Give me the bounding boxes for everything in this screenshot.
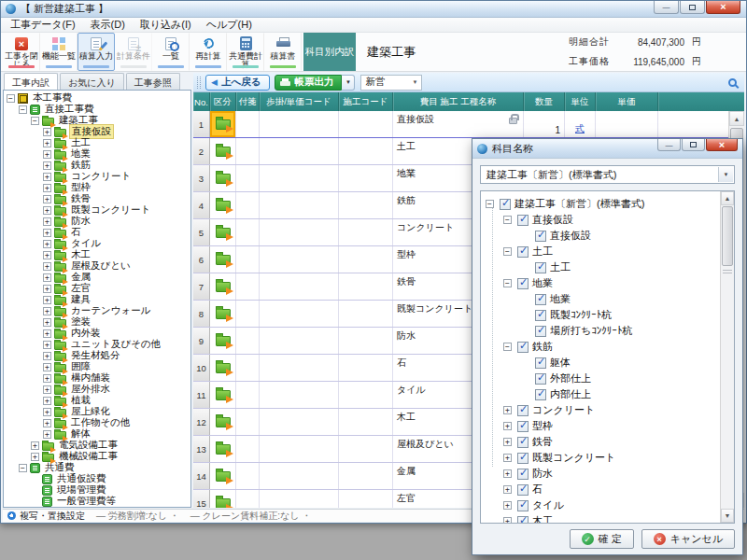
construction-code-cell[interactable]	[339, 355, 393, 381]
table-row[interactable]: 1直接仮設1式	[193, 111, 744, 138]
expander-icon[interactable]: +	[31, 453, 39, 461]
dialog-tree-item[interactable]: −土工	[481, 244, 734, 259]
tree-item[interactable]: +左官	[4, 283, 190, 294]
row-number-cell[interactable]: 3	[193, 165, 210, 191]
tree-item[interactable]: +防水	[4, 216, 190, 227]
expander-icon[interactable]: +	[503, 501, 512, 510]
expander-icon[interactable]: +	[43, 285, 51, 293]
expander-icon[interactable]: +	[43, 363, 51, 371]
confirm-button[interactable]: 確 定	[570, 529, 634, 549]
dialog-tree-item[interactable]: +コンクリート	[481, 402, 734, 418]
copy-replace-settings[interactable]: 複写・置換設定	[7, 510, 85, 523]
checkbox[interactable]	[535, 262, 546, 273]
expander-icon[interactable]: +	[43, 173, 51, 181]
row-number-cell[interactable]: 6	[193, 246, 210, 273]
expander-icon[interactable]: +	[43, 150, 51, 159]
row-number-cell[interactable]: 4	[193, 192, 210, 218]
checkbox[interactable]	[517, 215, 529, 226]
expander-icon[interactable]: +	[503, 517, 512, 524]
toolbar-button-estimate-print[interactable]: 積算書	[264, 33, 302, 71]
category-cell[interactable]	[210, 436, 236, 462]
expander-icon[interactable]: −	[503, 216, 512, 224]
row-number-cell[interactable]: 5	[193, 219, 210, 245]
checkbox[interactable]	[517, 453, 529, 464]
category-cell[interactable]	[210, 355, 236, 381]
checkbox[interactable]	[517, 469, 529, 480]
dialog-tree-item[interactable]: −地業	[481, 275, 734, 291]
category-cell[interactable]	[210, 165, 236, 191]
row-number-cell[interactable]: 8	[193, 301, 210, 327]
dialog-tree-item[interactable]: +木工	[481, 513, 734, 524]
quantity-cell[interactable]: 1	[524, 111, 565, 137]
row-number-cell[interactable]: 11	[193, 382, 210, 408]
tree-item[interactable]: +地業	[4, 148, 190, 160]
construction-code-cell[interactable]	[339, 463, 393, 489]
unit-price-code-cell[interactable]	[260, 301, 339, 327]
sticky-note-cell[interactable]	[236, 246, 260, 273]
construction-code-cell[interactable]	[339, 111, 393, 137]
tree-item[interactable]: +直接仮設	[4, 126, 190, 137]
expander-icon[interactable]: +	[43, 408, 51, 416]
category-cell[interactable]	[210, 409, 236, 435]
scroll-down-icon[interactable]: ▼	[721, 509, 734, 523]
dialog-tree-item[interactable]: +タイル	[481, 497, 734, 513]
construction-code-cell[interactable]	[339, 328, 393, 354]
dialog-tree-item[interactable]: 場所打ちｺﾝｸﾘｰﾄ杭	[481, 323, 734, 339]
category-cell[interactable]	[210, 192, 236, 218]
construction-code-cell[interactable]	[339, 219, 393, 245]
toolbar-button-entry-input[interactable]: 積算入力	[78, 33, 115, 71]
dialog-tree-item[interactable]: −直接仮設	[481, 212, 734, 228]
tree-item[interactable]: +屋外排水	[4, 384, 190, 395]
sticky-note-cell[interactable]	[236, 192, 260, 218]
expander-icon[interactable]: +	[503, 454, 512, 462]
tree-panel-tab[interactable]: 工事内訳	[4, 73, 58, 90]
expander-icon[interactable]: +	[31, 441, 39, 450]
row-number-cell[interactable]: 7	[193, 273, 210, 300]
expander-icon[interactable]: +	[43, 385, 51, 394]
dialog-tree-item[interactable]: 地業	[481, 291, 734, 307]
checkbox[interactable]	[517, 342, 529, 353]
toolbar-button-recalculate[interactable]: 再計算	[190, 33, 227, 71]
expander-icon[interactable]: +	[43, 195, 51, 203]
expander-icon[interactable]: +	[43, 262, 51, 271]
row-number-cell[interactable]: 15	[193, 490, 210, 508]
checkbox[interactable]	[535, 373, 546, 385]
expander-icon[interactable]: +	[43, 329, 51, 338]
checkbox[interactable]	[535, 326, 546, 337]
sticky-note-cell[interactable]	[236, 165, 260, 191]
checkbox[interactable]	[517, 246, 529, 258]
expander-icon[interactable]: −	[19, 464, 27, 472]
checkbox[interactable]	[535, 294, 546, 305]
tree-item[interactable]: +金属	[4, 272, 190, 283]
checkbox[interactable]	[517, 516, 529, 525]
expander-icon[interactable]: +	[503, 469, 512, 478]
tree-item[interactable]: +コンクリート	[4, 171, 190, 182]
expander-icon[interactable]: −	[503, 279, 512, 287]
format-combobox[interactable]: 建築工事〔新営〕(標準書式) ▼	[480, 165, 735, 184]
scroll-up-icon[interactable]: ▲	[729, 111, 744, 126]
menu-item[interactable]: 工事データ(F)	[3, 18, 83, 32]
toolbar-button-list-view[interactable]: 一覧	[152, 33, 190, 71]
sticky-note-cell[interactable]	[236, 301, 260, 327]
dialog-tree-item[interactable]: 躯体	[481, 355, 734, 371]
unit-price-code-cell[interactable]	[260, 490, 339, 508]
tree-item[interactable]: +型枠	[4, 182, 190, 193]
expander-icon[interactable]: +	[43, 128, 51, 136]
tree-item[interactable]: +機械設備工事	[4, 451, 190, 462]
tree-item[interactable]: +カーテンウォール	[4, 305, 190, 316]
expander-icon[interactable]: +	[43, 240, 51, 248]
category-cell[interactable]	[210, 273, 236, 300]
dialog-tree-item[interactable]: +防水	[481, 466, 734, 482]
work-type-name-cell[interactable]: 直接仮設	[393, 111, 524, 137]
expander-icon[interactable]: +	[43, 206, 51, 215]
category-cell[interactable]	[210, 138, 236, 164]
minimize-button[interactable]	[654, 1, 679, 14]
category-cell[interactable]	[210, 490, 236, 508]
unit-price-code-cell[interactable]	[260, 192, 339, 218]
expander-icon[interactable]: +	[43, 397, 51, 405]
checkbox[interactable]	[517, 405, 529, 416]
unit-price-code-cell[interactable]	[260, 382, 339, 408]
cancel-button[interactable]: キャンセル	[641, 529, 735, 549]
tree-item[interactable]: −本工事費	[4, 92, 190, 104]
expander-icon[interactable]: −	[31, 117, 39, 125]
